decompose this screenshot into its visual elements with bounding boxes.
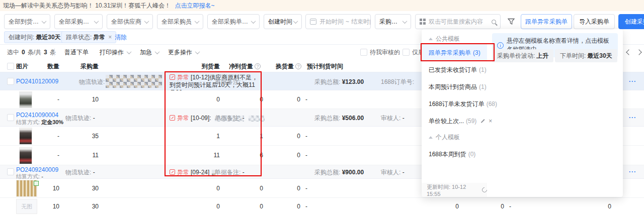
chevron-down-icon (403, 19, 408, 24)
col-eta: 预计到货时间 (307, 62, 343, 71)
print-actions-dropdown[interactable]: 打印操作 (100, 45, 131, 60)
date-range-picker[interactable]: 开始时间 ~ 结束时间 (305, 14, 371, 29)
pagination-next[interactable] (637, 45, 641, 60)
extra-col-value: 0 (429, 203, 459, 210)
eta-value: - (305, 203, 307, 210)
template-dropdown-panel: 公共模板 跟单异常采购单 (3) 已发货未收货订单 (1) 本周预计到货商品 (… (422, 29, 623, 197)
filter-funnel-button[interactable] (505, 14, 518, 29)
promo-banner: 现场—解读中美关系态势与影响！ 10.31深圳！赛狐千人峰会！ 点击立即报名~ (0, 0, 644, 11)
date-start-placeholder: 开始时间 (319, 18, 344, 26)
more-actions-dropdown[interactable]: 更多操作 (168, 45, 199, 60)
row-checkbox[interactable] (7, 78, 14, 85)
select-warehouse[interactable]: 全部采购仓库 (54, 14, 103, 29)
clear-filters-link[interactable]: 清除 (115, 31, 127, 43)
select-po-status[interactable]: 全部采购单状态 (207, 14, 260, 29)
search-input[interactable] (429, 18, 489, 25)
batch-search-box (415, 14, 501, 29)
row-checkbox[interactable] (7, 114, 14, 121)
exchange-value: 0 (267, 203, 300, 210)
col-arrived: 到货量 (171, 62, 220, 71)
exchange-value: 0 (267, 96, 300, 103)
chevron-left-icon (626, 49, 631, 55)
template-item-abnormal-po[interactable]: 跟单异常采购单 (3) (422, 44, 487, 61)
po-number-link[interactable]: PO2409240009 (16, 166, 58, 173)
eta-value: - (305, 152, 307, 159)
qty-value: 10 (30, 203, 59, 210)
collapse-icon (429, 38, 433, 40)
select-time-type[interactable]: 创建时间 (264, 14, 302, 29)
edit-icon[interactable] (481, 119, 485, 123)
qty-value: 10 (30, 185, 59, 192)
question-icon[interactable]: ? (255, 63, 261, 69)
promo-banner-link[interactable]: 点击立即报名~ (175, 2, 214, 10)
purchase-value: 30 (65, 203, 99, 210)
remark: 单据备注: - (215, 114, 245, 123)
create-po-button[interactable]: 创建采购单 (618, 14, 644, 29)
po-detail-row[interactable]: 无图 10 30 0 0 0 - 0 0 - 0 (0, 198, 644, 215)
detail-tag-price-trend: 采购单价波动:上升 (492, 49, 553, 62)
template-item-arriving-this-week[interactable]: 本周预计到货商品 (1) (422, 78, 487, 95)
checkbox[interactable] (360, 49, 367, 56)
redacted-logistics-content (106, 75, 162, 88)
arrived-value: 0 (171, 185, 220, 192)
date-separator: ~ (346, 18, 349, 25)
reviewer: 审核人: - (381, 168, 405, 177)
normal-order-button[interactable]: 普通下单 (64, 45, 89, 60)
select-supplier[interactable]: 全部供应商 (107, 14, 153, 29)
question-icon[interactable]: ? (295, 63, 301, 69)
exchange-value: 0 (267, 133, 300, 140)
chevron-down-icon (195, 49, 200, 54)
net-value: 0 (216, 203, 263, 210)
checkbox-only-show[interactable]: 仅展 (403, 45, 424, 60)
row-more-button[interactable]: ··· (629, 78, 636, 85)
order-1688-label: 1688订单号: (381, 78, 414, 86)
remove-tag-icon[interactable]: × (108, 34, 112, 41)
select-arrival-status[interactable]: 全部到货状态 (4, 14, 50, 29)
checkbox[interactable] (403, 49, 410, 56)
eta-value: - (305, 96, 307, 103)
eta-value: - (305, 133, 307, 140)
row-more-button[interactable]: ··· (629, 168, 636, 175)
row-more-button[interactable]: ··· (629, 114, 636, 121)
chevron-down-icon (144, 19, 149, 24)
logistics: 物流轨迹: - (65, 114, 95, 123)
extra-col-value: 0 (474, 203, 504, 210)
chevron-down-icon (155, 49, 160, 54)
arrived-value: 11 (171, 152, 220, 159)
template-item-1688-this-week[interactable]: 1688本周到货 (0) (422, 146, 487, 163)
chevron-right-icon (636, 49, 641, 55)
row-checkbox[interactable] (7, 168, 14, 175)
qty-value: - (30, 96, 59, 103)
redacted-content (249, 116, 265, 122)
filter-tag-track-status[interactable]: 跟单状态: 异常 × (61, 31, 116, 43)
checkbox-pending-review[interactable]: 待我审核的 (360, 45, 400, 60)
net-value: 0 (216, 185, 263, 192)
settlement: 结算方式: 定金30% (16, 119, 63, 126)
exchange-value: 0 (267, 185, 300, 192)
urgent-dropdown[interactable]: 加急 (140, 45, 159, 60)
template-detail-panel: i 悬停左侧模板名称查看详情，点击模板名称即选中 采购单价波动:上升 下单时间:… (487, 29, 623, 197)
section-public-templates[interactable]: 公共模板 (429, 33, 460, 44)
select-order-number-type[interactable]: 采购单号 (375, 14, 411, 29)
selection-summary: 选中0 条/共3 条 (7, 45, 56, 60)
template-filter-button[interactable]: 跟单异常采购单 (521, 14, 572, 29)
select-buyer[interactable]: 全部采购员 (157, 14, 203, 29)
po-number-link[interactable]: PO2410120009 (16, 78, 58, 85)
template-item-price-changed[interactable]: 单价较上次... (59) × (422, 113, 487, 130)
search-icon[interactable] (492, 20, 496, 24)
logistics-label: 物流轨迹: (79, 78, 105, 86)
funnel-icon (508, 18, 515, 25)
arrived-value: 0 (171, 96, 220, 103)
po-number-link[interactable]: PO2410090004 (16, 112, 58, 119)
template-item-1688-not-shipped[interactable]: 1688订单未发货订单 (68) (422, 95, 487, 113)
pagination-prev[interactable] (627, 45, 631, 60)
select-all-checkbox[interactable] (7, 63, 14, 70)
col-image: 图片 (16, 62, 28, 71)
arrived-value: 0 (171, 203, 220, 210)
section-personal-templates[interactable]: 个人模板 (429, 132, 460, 143)
import-po-button[interactable]: 导入采购单 (574, 14, 615, 29)
chevron-down-icon (293, 19, 298, 24)
template-item-shipped-not-received[interactable]: 已发货未收货订单 (1) (422, 61, 487, 78)
qty-value: - (30, 152, 59, 159)
net-value: 6 (216, 152, 263, 159)
